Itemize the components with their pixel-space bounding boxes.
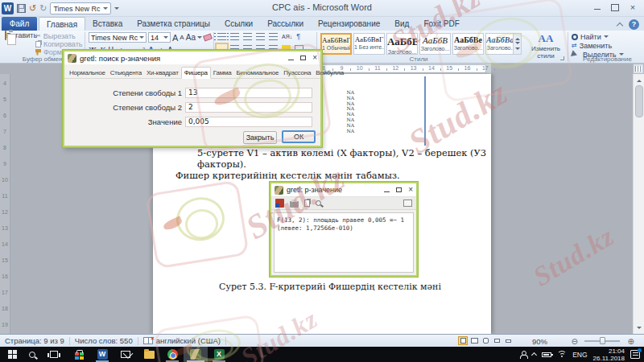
tab-fisher[interactable]: Фишера xyxy=(181,67,211,79)
draft-view-button[interactable] xyxy=(503,336,513,345)
task-view-button[interactable] xyxy=(44,347,64,362)
numbering-button[interactable] xyxy=(230,33,239,40)
tab-chi-square[interactable]: Хи-квадрат xyxy=(144,68,181,78)
minimize-ribbon-icon[interactable] xyxy=(617,23,623,29)
minimize-button[interactable] xyxy=(589,2,605,13)
styles-gallery-scroll[interactable] xyxy=(513,33,522,55)
tab-review[interactable]: Рецензирование xyxy=(311,17,387,31)
taskbar-gretl[interactable] xyxy=(184,347,208,362)
page-indicator[interactable]: Страница: 9 из 9 xyxy=(5,336,64,345)
tab-file[interactable]: Файл xyxy=(2,17,37,31)
tab-page-layout[interactable]: Разметка страницы xyxy=(130,17,217,31)
maximize-icon[interactable] xyxy=(300,56,306,60)
tab-binomial[interactable]: Биномиальное xyxy=(234,68,282,78)
tab-poisson[interactable]: Пуассона xyxy=(281,68,313,78)
style-item-heading1[interactable]: АаБбЕ Заголово... xyxy=(386,33,418,55)
web-layout-view-button[interactable] xyxy=(481,336,490,345)
close-icon[interactable]: × xyxy=(408,187,413,193)
scroll-down-icon[interactable] xyxy=(515,42,520,47)
gretl-pvalue-window[interactable]: gretl: p-значение × F(13, 2): площадь пр… xyxy=(270,182,418,277)
tab-weibull[interactable]: Вейбулла xyxy=(313,68,346,78)
find-button[interactable]: Найти xyxy=(572,33,624,40)
copy-icon[interactable] xyxy=(304,200,310,207)
grow-font-button[interactable]: А xyxy=(172,33,178,43)
bullets-button[interactable] xyxy=(217,33,226,40)
gallery-expand-icon[interactable] xyxy=(515,47,520,52)
print-icon[interactable] xyxy=(290,201,299,208)
maximize-button[interactable] xyxy=(607,2,623,13)
sort-button[interactable]: АЯ↓ xyxy=(282,34,292,39)
increase-indent-button[interactable] xyxy=(269,33,278,40)
tab-view[interactable]: Вид xyxy=(387,17,416,31)
zoom-out-button[interactable]: ⊖ xyxy=(572,337,578,346)
gretl-pvalue-finder-dialog[interactable]: gretl: поиск p-значения × Нормальное Сть… xyxy=(63,50,322,147)
clear-formatting-button[interactable] xyxy=(203,34,213,42)
style-item-heading3[interactable]: АаБбВе Заголово... xyxy=(452,33,484,55)
taskbar-search-button[interactable] xyxy=(23,347,42,362)
show-marks-button[interactable]: ¶ xyxy=(296,32,300,40)
search-icon[interactable] xyxy=(316,200,321,206)
clock[interactable]: 21:04 26.11.2018 xyxy=(593,348,625,362)
taskbar-excel[interactable]: X xyxy=(209,347,229,362)
minimize-icon[interactable] xyxy=(384,191,390,192)
zoom-slider-thumb[interactable] xyxy=(600,337,605,344)
zoom-in-button[interactable]: ⊕ xyxy=(628,337,634,346)
multilevel-list-button[interactable] xyxy=(243,33,252,40)
style-item-no-spacing[interactable]: АаБбВвГ 1 Без инте... xyxy=(353,33,385,55)
vertical-scrollbar[interactable] xyxy=(633,74,644,334)
tab-mailings[interactable]: Рассылки xyxy=(260,17,311,31)
reading-view-button[interactable] xyxy=(469,336,479,345)
replace-button[interactable]: ⇄ Заменить xyxy=(572,42,624,49)
font-size-combo[interactable]: 14 xyxy=(148,32,171,43)
style-item-heading2[interactable]: АаБбВ Заголово... xyxy=(419,33,451,55)
tab-student[interactable]: Стьюдента xyxy=(108,68,144,78)
wifi-icon[interactable] xyxy=(557,351,567,358)
scroll-down-button[interactable] xyxy=(634,323,644,334)
pvalue-output-text[interactable]: F(13, 2): площадь правее 0,005 =~ 1 (лев… xyxy=(274,212,414,273)
dialog-titlebar[interactable]: gretl: поиск p-значения × xyxy=(64,51,320,64)
language-switcher[interactable]: ENG xyxy=(572,351,587,359)
notification-center-icon[interactable] xyxy=(630,350,640,359)
tab-home[interactable]: Главная xyxy=(39,17,85,31)
vertical-ruler[interactable]: 45678910111213141516171819 xyxy=(0,74,10,334)
close-button[interactable]: × xyxy=(625,2,641,13)
people-icon[interactable] xyxy=(519,351,526,358)
document-paragraph[interactable]: 5-суретте V1 – актив көлемі (Х факторы),… xyxy=(175,147,491,181)
ruler-toggle-button[interactable] xyxy=(633,64,644,74)
battery-icon[interactable] xyxy=(542,352,551,357)
save-icon[interactable] xyxy=(275,199,284,208)
taskbar-store[interactable] xyxy=(69,347,89,362)
windows-icon[interactable] xyxy=(403,200,412,207)
decrease-indent-button[interactable] xyxy=(256,33,265,40)
outline-view-button[interactable] xyxy=(492,336,502,345)
change-styles-button[interactable]: АА Изменить стили xyxy=(527,32,564,60)
hidden-icons-chevron[interactable] xyxy=(531,352,537,358)
dfn-input[interactable] xyxy=(185,88,312,98)
close-icon[interactable]: × xyxy=(312,55,317,61)
zoom-level[interactable]: 90% xyxy=(532,337,547,346)
taskbar-chrome[interactable] xyxy=(163,347,182,362)
language-indicator[interactable]: английский (США) xyxy=(156,336,221,345)
spellcheck-icon[interactable] xyxy=(143,337,153,344)
tab-foxit-pdf[interactable]: Foxit PDF xyxy=(416,17,466,31)
pvalue-window-titlebar[interactable]: gretl: p-значение × xyxy=(271,183,416,197)
taskbar-word[interactable]: W xyxy=(93,347,112,362)
tab-insert[interactable]: Вставка xyxy=(85,17,130,31)
dfd-input[interactable] xyxy=(185,102,312,113)
help-icon[interactable]: ? xyxy=(629,19,639,30)
tab-gamma[interactable]: Гамма xyxy=(211,68,234,78)
styles-dialog-launcher[interactable] xyxy=(560,56,564,60)
tab-references[interactable]: Ссылки xyxy=(217,17,260,31)
maximize-icon[interactable] xyxy=(396,187,402,192)
style-item-normal[interactable]: АаБбВвГ 1 Обычный xyxy=(320,33,352,55)
ok-button[interactable]: ОК xyxy=(282,130,316,143)
scroll-up-button[interactable] xyxy=(634,74,644,84)
minimize-icon[interactable] xyxy=(288,60,294,60)
taskbar-file-explorer[interactable] xyxy=(139,347,159,362)
taskbar-mail[interactable] xyxy=(116,347,135,362)
scroll-up-icon[interactable] xyxy=(515,35,520,40)
font-name-combo[interactable]: Times New Rc xyxy=(89,32,147,43)
shrink-font-button[interactable]: А xyxy=(180,34,184,41)
change-case-button[interactable]: Аа xyxy=(186,33,196,42)
tab-normal[interactable]: Нормальное xyxy=(67,68,108,78)
